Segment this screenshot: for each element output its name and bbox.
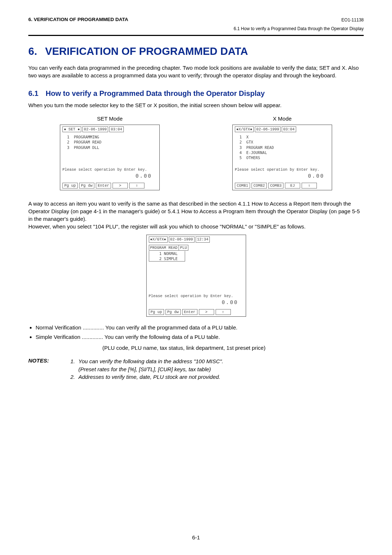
lcd-button-row: COMB1 COMB2 COMB3 EJ ⇧ <box>235 183 330 189</box>
lcd-date: 02-06-1999 <box>82 126 108 132</box>
notes-body: 1.You can verify the following data in t… <box>70 357 223 381</box>
section-title-text: How to verify a Programmed Data through … <box>46 89 265 97</box>
lcd-menu: 1 PROGRAMMING 2 PROGRAM READ 3 PROGRAM D… <box>62 134 157 161</box>
chapter-number: 6. <box>28 45 37 57</box>
plu-screen: ●X/GTX● 02-06-1999 12:34 PROGRAM READPLU… <box>146 235 246 317</box>
lcd-amount: 0.00 <box>235 173 330 180</box>
lcd-btn-pgdw: Pg dw <box>166 309 181 315</box>
notes-block: NOTES: 1.You can verify the following da… <box>28 357 364 381</box>
lcd-time: 03:04 <box>282 126 296 132</box>
lcd-btn-enter: Enter <box>182 309 197 315</box>
lcd-date: 02-06-1999 <box>169 236 195 242</box>
lcd-amount: 0.00 <box>149 299 244 306</box>
note-2: Addresses to verify time, date, PLU stoc… <box>78 373 220 381</box>
lcd-btn-right: > <box>113 183 128 189</box>
lcd-btn-enter: Enter <box>96 183 111 189</box>
lcd-btn-comb3: COMB3 <box>268 183 283 189</box>
set-mode-screen: ● SET ● 02-06-1999 03:04 1 PROGRAMMING 2… <box>60 125 160 190</box>
lcd-time: 03:04 <box>109 126 124 132</box>
lcd-btn-shift: ⇧ <box>216 309 231 315</box>
lcd-btn-shift: ⇧ <box>302 183 317 189</box>
lcd-btn-right: > <box>199 309 214 315</box>
lcd-date: 02-06-1999 <box>255 126 281 132</box>
list-item: Normal Verification .............. You c… <box>36 323 364 332</box>
section-intro: When you turn the mode selector key to t… <box>28 101 364 109</box>
lcd-button-row: Pg up Pg dw Enter > ⇧ <box>149 309 244 315</box>
note-1-line-a: You can verify the following data in the… <box>78 358 223 364</box>
notes-label: NOTES: <box>28 357 70 381</box>
section-title: 6.1How to verify a Programmed Data throu… <box>28 89 364 98</box>
lcd-btn-pgup: Pg up <box>149 309 164 315</box>
set-mode-column: SET Mode ● SET ● 02-06-1999 03:04 1 PROG… <box>60 116 160 190</box>
mode-screens-row: SET Mode ● SET ● 02-06-1999 03:04 1 PROG… <box>28 116 364 190</box>
lcd-menu: 1 X 2 GTX 3 PROGRAM READ 4 E-JOURNAL 5 O… <box>235 134 330 161</box>
page-number: 6-1 <box>0 534 392 540</box>
lcd-btn-ej: EJ <box>285 183 300 189</box>
lcd-btn-comb1: COMB1 <box>235 183 250 189</box>
header-subtitle: 6.1 How to verify a Programmed Data thro… <box>234 25 364 32</box>
lcd-subtitle-2: PLU <box>179 245 188 251</box>
simple-desc: You can verify the following data of a P… <box>105 334 220 340</box>
x-mode-column: X Mode ●X/GTX● 02-06-1999 03:04 1 X 2 GT… <box>232 116 332 190</box>
list-item: Simple Verification .............. You c… <box>36 333 364 341</box>
lcd-prompt: Please select operation by Enter key. <box>235 167 330 172</box>
simple-label: Simple Verification <box>36 334 80 340</box>
lcd-btn-pgdw: Pg dw <box>79 183 94 189</box>
lcd-btn-shift: ⇧ <box>129 183 144 189</box>
normal-desc: You can verify all the programmed data o… <box>105 324 237 331</box>
simple-extra: (PLU code, PLU name, tax status, link de… <box>102 345 364 351</box>
lcd-amount: 0.00 <box>62 173 157 180</box>
lcd-time: 12:34 <box>196 236 210 242</box>
lcd-btn-comb2: COMB2 <box>252 183 267 189</box>
x-mode-screen: ●X/GTX● 02-06-1999 03:04 1 X 2 GTX 3 PRO… <box>232 125 332 190</box>
header-rule <box>28 35 364 36</box>
mid-paragraph: A way to access an item you want to veri… <box>28 200 364 230</box>
lcd-prompt: Please select operation by Enter key. <box>149 293 244 299</box>
lcd-mode-badge: ●X/GTX● <box>235 126 254 132</box>
x-mode-label: X Mode <box>273 116 292 122</box>
doc-code: EO1-11138 <box>234 17 364 23</box>
lcd-prompt: Please select operation by Enter key. <box>62 167 157 172</box>
lcd-button-row: Pg up Pg dw Enter > ⇧ <box>62 183 157 189</box>
lcd-btn-pgup: Pg up <box>62 183 78 189</box>
normal-label: Normal Verification <box>36 324 81 331</box>
chapter-title-text: VERIFICATION OF PROGRAMMED DATA <box>45 45 248 57</box>
chapter-title: 6.VERIFICATION OF PROGRAMMED DATA <box>28 45 364 57</box>
verification-list: Normal Verification .............. You c… <box>28 323 364 341</box>
section-number: 6.1 <box>28 89 38 97</box>
header-right: EO1-11138 6.1 How to verify a Programmed… <box>234 17 364 32</box>
lcd-menu: 1 NORMAL 2 SIMPLE <box>150 251 178 261</box>
set-mode-label: SET Mode <box>97 116 123 122</box>
lcd-mode-badge: ●X/GTX● <box>149 236 168 242</box>
header-left: 6. VERIFICATION OF PROGRAMMED DATA <box>28 17 128 22</box>
note-1-line-b: (Preset rates for the [%], [SI/TL], [CUR… <box>78 366 211 372</box>
lcd-mode-badge: ● SET ● <box>62 126 81 132</box>
intro-paragraph: You can verify each data programmed in t… <box>28 64 364 79</box>
page-header: 6. VERIFICATION OF PROGRAMMED DATA EO1-1… <box>28 17 364 32</box>
lcd-subtitle-1: PROGRAM READ <box>149 245 179 251</box>
